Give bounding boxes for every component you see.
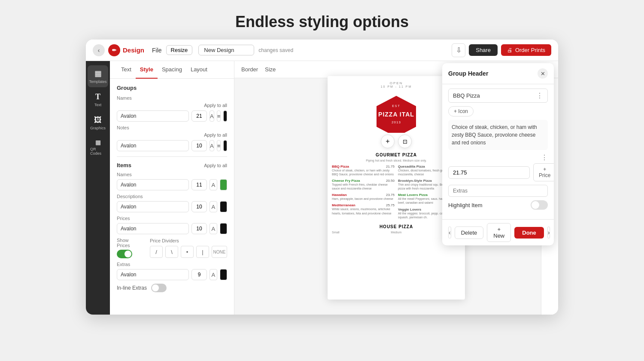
item-names-align-icon[interactable]: A bbox=[210, 179, 217, 190]
item-bbq-price: 21.75 bbox=[386, 165, 395, 168]
item-bbq-name: BBQ Pizza bbox=[332, 165, 349, 168]
divider-none[interactable]: NONE bbox=[212, 246, 227, 258]
item-med-desc: White sauce, onions, mushrooms, artichok… bbox=[332, 207, 395, 215]
show-prices-toggle[interactable] bbox=[117, 250, 132, 258]
menu-item-bbq: BBQ Pizza 21.75 Choice of steak, chicken… bbox=[332, 165, 395, 176]
open-text: OPEN bbox=[333, 81, 460, 85]
crop-button[interactable]: ⊡ bbox=[398, 135, 412, 148]
popup-add-price-button[interactable]: + Price bbox=[533, 163, 554, 181]
notes-align-icon[interactable]: A bbox=[210, 140, 214, 151]
extras-align-icon[interactable]: A bbox=[210, 269, 217, 280]
extras-font-input[interactable] bbox=[117, 269, 189, 280]
item-names-size-input[interactable] bbox=[191, 179, 207, 190]
resize-button[interactable]: Resize bbox=[166, 45, 193, 55]
extras-color-swatch[interactable] bbox=[220, 269, 228, 280]
notes-apply-all-button[interactable]: Apply to all bbox=[204, 132, 227, 138]
divider-slash[interactable]: / bbox=[150, 246, 163, 258]
sidebar-text-label: Text bbox=[94, 103, 102, 107]
notes-justify-icon[interactable]: ≡ bbox=[217, 140, 221, 151]
section-title-house: HOUSE PIZZA bbox=[332, 224, 461, 229]
items-apply-all-button[interactable]: Apply to all bbox=[204, 163, 227, 168]
popup-body: BBQ Pizza ⋮ + Icon Choice of steak, chic… bbox=[442, 84, 554, 219]
names-align-icon[interactable]: A bbox=[210, 110, 214, 122]
popup-done-button[interactable]: Done bbox=[514, 227, 544, 239]
popup-item-menu-button[interactable]: ⋮ bbox=[536, 92, 543, 100]
order-prints-button[interactable]: 🖨 Order Prints bbox=[501, 44, 551, 56]
names-justify-icon[interactable]: ≡ bbox=[217, 110, 221, 122]
design-label: Design bbox=[123, 46, 144, 54]
show-prices-label: Show Prices bbox=[117, 238, 143, 248]
prices-label: Prices bbox=[117, 216, 227, 221]
item-names-color-swatch[interactable] bbox=[220, 179, 228, 190]
prices-align-icon[interactable]: A bbox=[210, 223, 217, 234]
share-button[interactable]: Share bbox=[469, 44, 498, 56]
item-names-font-input[interactable] bbox=[117, 179, 189, 190]
pizza-name-text: PIZZA ITAL bbox=[378, 111, 414, 118]
left-panel: Text Style Spacing Layout Groups Names A… bbox=[110, 61, 234, 315]
tab-style[interactable]: Style bbox=[136, 61, 158, 79]
popup-extras-input[interactable] bbox=[448, 185, 548, 197]
menu-logo-svg: EST PIZZA ITAL 2013 bbox=[375, 95, 418, 133]
popup-highlight-label: Highlight Item bbox=[448, 202, 482, 208]
notes-font-input[interactable] bbox=[117, 140, 189, 151]
item-cheesefry-name: Cheese Fry Pizza bbox=[332, 179, 360, 183]
add-button[interactable]: + bbox=[381, 135, 395, 148]
divider-dot[interactable]: • bbox=[181, 246, 194, 258]
divider-pipe[interactable]: | bbox=[196, 246, 209, 258]
app-logo: ✏ bbox=[108, 44, 120, 56]
descriptions-label: Descriptions bbox=[117, 194, 227, 199]
popup-next-button[interactable]: › bbox=[547, 226, 550, 239]
tab-layout[interactable]: Layout bbox=[186, 61, 212, 79]
names-font-input[interactable] bbox=[117, 110, 189, 122]
download-button[interactable]: ⇩ bbox=[452, 43, 465, 57]
item-bbq-desc: Choice of steak, chicken, or ham with ze… bbox=[332, 168, 395, 176]
section-sub: Piping hot and fresh sliced. Medium size… bbox=[332, 159, 461, 162]
size-small: Small bbox=[332, 231, 340, 234]
popup-close-button[interactable]: ✕ bbox=[538, 68, 548, 79]
printer-icon: 🖨 bbox=[507, 47, 513, 53]
sidebar-item-graphics[interactable]: 🖼 Graphics bbox=[88, 112, 108, 134]
names-size-input[interactable] bbox=[191, 110, 207, 122]
descriptions-color-swatch[interactable] bbox=[220, 201, 228, 212]
notes-color-swatch[interactable] bbox=[223, 140, 227, 151]
tab-text[interactable]: Text bbox=[117, 61, 136, 79]
prices-size-input[interactable] bbox=[191, 223, 207, 234]
sidebar-item-text[interactable]: T Text bbox=[88, 89, 108, 110]
menu-item-mediterranean: Mediterranean 25.75 White sauce, onions,… bbox=[332, 203, 395, 215]
size-medium: Medium bbox=[391, 231, 401, 234]
graphics-icon: 🖼 bbox=[94, 116, 102, 125]
popup-desc-menu-button[interactable]: ⋮ bbox=[541, 153, 548, 162]
left-sidebar: ▦ Templates T Text 🖼 Graphics ▦ QR Codes bbox=[86, 61, 110, 315]
group-header-popup: Group Header ✕ BBQ Pizza ⋮ + Icon Choice… bbox=[442, 63, 554, 245]
extras-size-input[interactable] bbox=[191, 269, 207, 280]
descriptions-size-input[interactable] bbox=[191, 201, 207, 212]
names-apply-all-button[interactable]: Apply to all bbox=[204, 103, 227, 108]
menu-col-left: BBQ Pizza 21.75 Choice of steak, chicken… bbox=[332, 165, 395, 222]
descriptions-align-icon[interactable]: A bbox=[210, 201, 217, 212]
back-button[interactable]: ‹ bbox=[93, 44, 105, 56]
popup-delete-button[interactable]: Delete bbox=[455, 226, 484, 239]
popup-price-input[interactable] bbox=[448, 166, 530, 179]
prices-font-input[interactable] bbox=[117, 223, 189, 234]
tab-spacing[interactable]: Spacing bbox=[158, 61, 186, 79]
popup-prev-button[interactable]: ‹ bbox=[448, 226, 451, 239]
popup-icon-button[interactable]: + Icon bbox=[448, 106, 474, 116]
inline-extras-toggle[interactable] bbox=[151, 284, 167, 292]
descriptions-font-input[interactable] bbox=[117, 201, 189, 212]
app-window: ‹ ✏ Design File Resize changes saved ⇩ S… bbox=[86, 40, 558, 315]
notes-size-input[interactable] bbox=[191, 140, 207, 151]
sidebar-item-qrcodes[interactable]: ▦ QR Codes bbox=[88, 135, 108, 159]
prices-color-swatch[interactable] bbox=[220, 223, 228, 234]
file-menu[interactable]: File bbox=[152, 47, 162, 54]
popup-new-button[interactable]: + New bbox=[487, 223, 511, 242]
hours-text: 10 PM - 11 PM bbox=[333, 85, 460, 88]
sidebar-item-templates[interactable]: ▦ Templates bbox=[88, 65, 108, 87]
divider-backslash[interactable]: \ bbox=[165, 246, 178, 258]
year-text: 2013 bbox=[392, 120, 401, 124]
item-hawaiian-name: Hawaiian bbox=[332, 193, 347, 197]
section-title-gourmet: GOURMET PIZZA bbox=[332, 153, 461, 157]
names-color-swatch[interactable] bbox=[223, 110, 227, 122]
design-name-input[interactable] bbox=[198, 45, 254, 55]
inline-extras-row: In-line Extras bbox=[117, 284, 227, 292]
popup-highlight-toggle[interactable] bbox=[531, 200, 548, 210]
